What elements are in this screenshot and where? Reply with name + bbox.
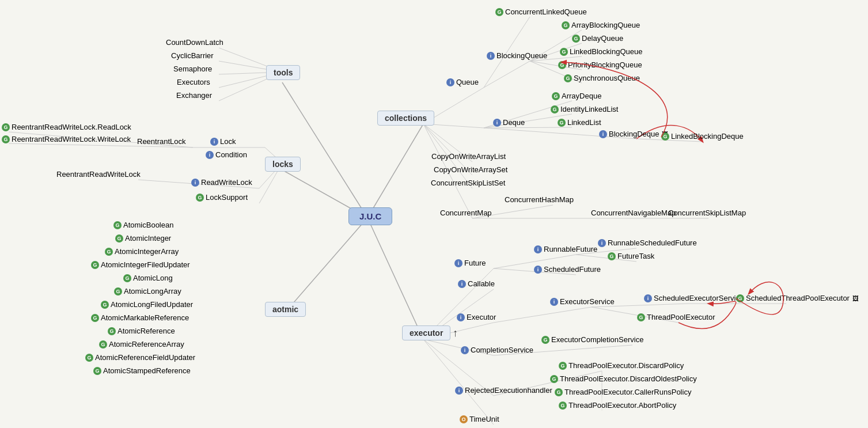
center-node: J.U.C xyxy=(348,207,392,225)
semaphore-label: Semaphore xyxy=(173,65,212,73)
lock-icon: i xyxy=(210,138,218,146)
node-executorservice: iExecutorService xyxy=(550,297,615,306)
node-abortpolicy: GThreadPoolExecutor.AbortPolicy xyxy=(559,401,676,410)
node-atomiclongfiledupdater: GAtomicLongFiledUpdater xyxy=(101,300,193,309)
category-aotmic: aotmic xyxy=(265,302,306,317)
node-atomicroferencearray: GAtomicReferenceArray xyxy=(99,340,184,349)
node-copyonwritearraylist: CopyOnWriteArrayList xyxy=(431,152,506,161)
node-locksupport: GLockSupport xyxy=(196,193,248,202)
aotmic-label: aotmic xyxy=(265,302,306,317)
countdownlatch-label: CountDownLatch xyxy=(166,38,223,47)
condition-icon: i xyxy=(206,151,214,159)
node-synchronousqueue: GSynchronousQueue xyxy=(564,74,640,82)
node-atomicintegerarray: GAtomicIntegerArray xyxy=(105,247,179,256)
category-tools: tools xyxy=(266,65,300,80)
node-discardpolicy: GThreadPoolExecutor.DiscardPolicy xyxy=(559,361,684,370)
node-runnablescheduledfuture: iRunnableScheduledFuture xyxy=(598,238,697,247)
node-exchanger: Exchanger xyxy=(176,91,212,100)
svg-line-49 xyxy=(494,307,592,323)
locksupport-label: LockSupport xyxy=(206,193,248,202)
cyclicbarrier-label: CyclicBarrier xyxy=(171,51,214,60)
svg-line-3 xyxy=(367,124,423,218)
category-executor: executor xyxy=(402,325,450,340)
node-atomicreferencefieldsupdater: GAtomicReferenceFieldUpdater xyxy=(85,353,195,362)
node-deque: iDeque xyxy=(493,118,525,127)
node-callerrunspolicy: GThreadPoolExecutor.CallerRunsPolicy xyxy=(555,388,691,396)
node-futuretask: GFutureTask xyxy=(608,252,654,260)
node-concurrentlinkedqueue: GConcurrentLinkedQueue xyxy=(495,7,587,16)
reentrantreadwritelock-label: ReentrantReadWriteLock xyxy=(56,170,141,179)
tools-label: tools xyxy=(266,65,300,80)
node-future: iFuture xyxy=(454,259,486,267)
node-atomicstampedreference: GAtomicStampedReference xyxy=(93,366,191,375)
node-countdownlatch: CountDownLatch xyxy=(166,38,223,47)
node-rejectedexecutionhandler: iRejectedExecutionhandler xyxy=(455,386,552,395)
node-semaphore: Semaphore xyxy=(173,65,212,73)
node-cyclicbarrier: CyclicBarrier xyxy=(171,51,214,60)
node-scheduledexecutorservice: iScheduledExecutorService xyxy=(644,294,744,302)
reentrantlock-label: ReentrantLock xyxy=(137,137,186,146)
locksupport-icon: G xyxy=(196,194,204,202)
node-discardoldestpolicy: GThreadPoolExecutor.DiscardOldestPolicy xyxy=(550,374,697,383)
exchanger-label: Exchanger xyxy=(176,91,212,100)
node-concurrentmap: ConcurrentMap xyxy=(440,209,492,217)
rrwl-read-icon: G xyxy=(2,123,10,131)
category-collections: collections xyxy=(377,111,434,126)
node-atomicintegerfiledupdater: GAtomicIntegerFiledUpdater xyxy=(91,260,190,269)
rrwl-write-icon: G xyxy=(2,135,10,143)
node-blockingqueue: iBlockingQueue xyxy=(487,51,547,60)
node-threadpoolexecutor: GThreadPoolExecutor xyxy=(637,313,715,321)
svg-line-4 xyxy=(367,218,423,339)
node-linkedblockingdeque: GLinkedBlockingDeque xyxy=(661,132,744,141)
node-priorityblockingqueue: GPriorityBlockingQueue xyxy=(558,60,642,69)
node-atomiclongarray: GAtomicLongArray xyxy=(114,287,181,296)
node-queue: iQueue xyxy=(446,78,479,86)
executor-label: executor xyxy=(402,325,450,340)
collections-label: collections xyxy=(377,111,434,126)
node-executorcompletionservice: GExecutorCompletionService xyxy=(541,335,643,344)
locks-label: locks xyxy=(265,157,301,172)
node-runnablefuture: iRunnableFuture xyxy=(534,245,597,253)
node-linkedlist: GLinkedList xyxy=(558,118,601,127)
condition-label: Condition xyxy=(215,150,247,159)
center-label: J.U.C xyxy=(348,207,392,225)
node-atomicmarkablereference: GAtomicMarkableReference xyxy=(91,313,189,322)
node-linkedblockingqueue: GLinkedBlockingQueue xyxy=(560,47,642,56)
rrwl-write-label: ReentrantReadWriteLock.WriteLock xyxy=(12,135,131,143)
rrwl-read-label: ReentrantReadWriteLock.ReadLock xyxy=(12,123,131,131)
node-executor: iExecutor xyxy=(457,313,496,321)
node-atomicboolean: GAtomicBoolean xyxy=(113,221,173,229)
readwritelock-icon: i xyxy=(191,179,199,187)
cursor: ↑ xyxy=(453,327,458,339)
node-concurrentnavigablemap: ConcurrentNavigableMap xyxy=(591,209,676,217)
svg-line-20 xyxy=(484,61,530,88)
executors-label: Executors xyxy=(177,78,210,86)
lock-label: Lock xyxy=(220,137,236,146)
svg-line-29 xyxy=(484,127,572,128)
node-rrwl-write: GReentrantReadWriteLock.WriteLock xyxy=(2,135,131,143)
node-completionservice: iCompletionService xyxy=(461,346,533,354)
node-concurrentskiplistset: ConcurrentSkipListSet xyxy=(431,179,505,187)
node-condition: iCondition xyxy=(206,150,247,159)
node-concurrentskiplistmap: ConcurrentSkipListMap xyxy=(668,209,746,217)
svg-line-2 xyxy=(282,218,367,316)
node-concurrenthashmap: ConcurrentHashMap xyxy=(505,195,574,204)
node-identitylinkedlist: GIdentityLinkedList xyxy=(551,105,618,113)
node-readwritelock: iReadWriteLock xyxy=(191,178,252,187)
node-rrwl-read: GReentrantReadWriteLock.ReadLock xyxy=(2,123,131,131)
node-scheduledfuture: iScheduledFuture xyxy=(534,265,601,274)
node-scheduledthreadpoolexecutor: GScheduledThreadPoolExecutor🖼 xyxy=(736,294,859,302)
node-lock: iLock xyxy=(210,137,236,146)
node-blockingdeque: iBlockingDeque🖼 xyxy=(599,130,668,138)
node-callable: iCallable xyxy=(458,279,495,288)
node-delayqueue: GDelayQueue xyxy=(572,34,623,43)
node-reentrantreadwritelock: ReentrantReadWriteLock xyxy=(56,170,141,179)
svg-line-0 xyxy=(282,82,367,218)
node-reentrantlock: ReentrantLock xyxy=(137,137,186,146)
node-atomicinteger: GAtomicInteger xyxy=(115,234,171,243)
node-atomicreference: GAtomicReference xyxy=(108,327,175,335)
node-timeunit: OTimeUnit xyxy=(460,415,499,423)
node-atomiclong: GAtomicLong xyxy=(123,274,173,282)
readwritelock-label: ReadWriteLock xyxy=(201,178,252,187)
node-arraydeque: GArrayDeque xyxy=(552,92,601,100)
